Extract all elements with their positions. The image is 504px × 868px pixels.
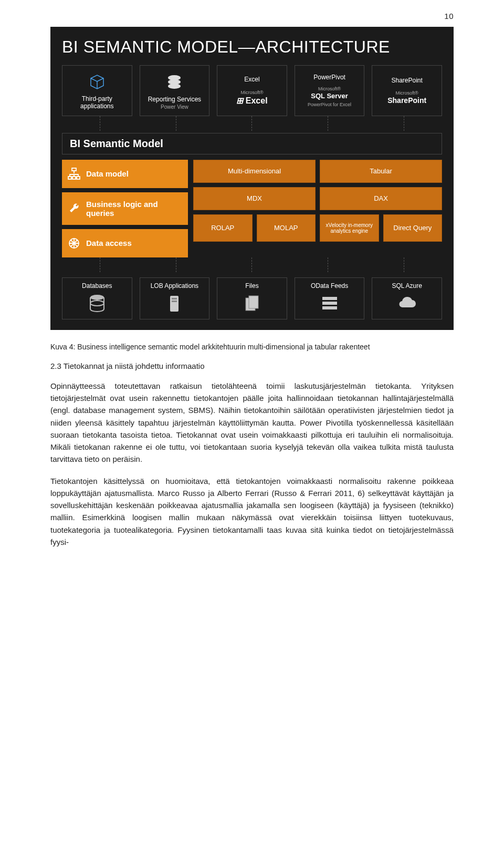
svg-point-9 (90, 301, 104, 306)
cell-directquery: Direct Query (383, 214, 443, 242)
src-odata: OData Feeds (295, 277, 365, 319)
connector-top (62, 116, 442, 131)
src-label: LOB Applications (151, 282, 198, 290)
client-label: PowerPivot (313, 74, 345, 81)
wrench-icon (67, 202, 81, 215)
brand-excel: ⊞ Excel (236, 96, 267, 105)
diagram-title-post: ARCHITECTURE (255, 37, 390, 56)
client-box-thirdparty: Third-party applications (62, 65, 132, 116)
database-icon (87, 293, 108, 314)
orange-matrix: Data model Business logic and queries Da… (62, 160, 442, 257)
src-azure: SQL Azure (372, 277, 442, 319)
svg-rect-3 (72, 168, 76, 171)
src-label: OData Feeds (311, 282, 348, 290)
src-label: SQL Azure (392, 282, 422, 290)
client-box-reporting: Reporting Services Power View (140, 65, 210, 116)
client-label: Reporting Services (148, 96, 201, 103)
client-label: SharePoint (391, 77, 422, 84)
disc-stack-icon (164, 71, 185, 92)
row-logic: Business logic and queries (62, 192, 188, 225)
row-label: Business logic and queries (86, 200, 183, 218)
brand-small: Microsoft® (396, 90, 418, 96)
section-heading: 2.3 Tietokannat ja niistä johdettu infor… (50, 361, 454, 370)
cell-mdx: MDX (193, 187, 316, 210)
svg-point-2 (168, 84, 181, 89)
svg-rect-16 (322, 302, 337, 305)
svg-rect-17 (322, 306, 337, 309)
brand-small: Microsoft® (318, 86, 341, 91)
row-label: Data model (86, 169, 129, 178)
diagram-title-pre: BI SEMANTIC MODEL (62, 37, 238, 56)
src-label: Databases (82, 282, 112, 290)
row-access: Data access (62, 229, 188, 257)
server-icon (164, 293, 185, 314)
client-box-powerpivot: PowerPivot Microsoft®SQL ServerPowerPivo… (295, 65, 365, 116)
brand-sqlserver: SQL Server (311, 92, 348, 100)
cell-multidim: Multi-dimensional (193, 160, 316, 183)
svg-rect-5 (72, 177, 76, 179)
client-label: Excel (244, 76, 259, 83)
svg-rect-15 (322, 297, 337, 300)
cell-molap: MOLAP (257, 214, 316, 242)
cube-icon (87, 71, 108, 92)
svg-rect-6 (77, 177, 80, 179)
feed-icon (319, 293, 340, 314)
diagram-title-dash: — (238, 37, 256, 56)
svg-rect-14 (249, 296, 258, 308)
diagram-title: BI SEMANTIC MODEL—ARCHITECTURE (62, 37, 442, 57)
src-label: Files (245, 282, 258, 290)
client-label: Third-party applications (66, 95, 129, 110)
src-files: Files (217, 277, 287, 319)
src-databases: Databases (62, 277, 132, 319)
cell-rolap: ROLAP (193, 214, 253, 242)
figure-caption: Kuva 4: Business intelligence semantic m… (50, 343, 454, 351)
cell-tabular: Tabular (320, 160, 442, 183)
brand-sharepoint: SharePoint (387, 96, 426, 105)
bism-header: BI Semantic Model (62, 133, 442, 154)
row-datamodel: Data model (62, 160, 188, 188)
svg-rect-11 (172, 298, 177, 299)
cell-xvelocity: xVelocity in-memory analytics engine (320, 214, 379, 242)
cloud-icon (396, 293, 417, 314)
client-box-excel: Excel Microsoft®⊞ Excel (217, 65, 287, 116)
row-label: Data access (86, 239, 132, 247)
client-box-sharepoint: SharePoint Microsoft®SharePoint (372, 65, 442, 116)
paragraph: Tietokantojen käsittelyssä on huomioitav… (50, 475, 454, 549)
paragraph: Opinnäytteessä toteutettavan ratkaisun t… (50, 380, 454, 466)
svg-point-8 (90, 295, 104, 300)
src-lob: LOB Applications (140, 277, 210, 319)
svg-rect-4 (68, 177, 71, 179)
bism-architecture-diagram: BI SEMANTIC MODEL—ARCHITECTURE Third-par… (50, 27, 454, 330)
files-icon (242, 293, 262, 314)
brand-small: Microsoft® (240, 90, 263, 95)
cell-dax: DAX (320, 187, 442, 210)
brand-sub: PowerPivot for Excel (308, 102, 351, 107)
connector-bottom (62, 257, 442, 272)
wheel-icon (67, 236, 81, 250)
body-text: Opinnäytteessä toteutettavan ratkaisun t… (50, 380, 454, 548)
page-number: 10 (50, 0, 454, 27)
client-sub: Power View (161, 104, 188, 110)
svg-rect-12 (172, 301, 177, 302)
hierarchy-icon (67, 167, 81, 181)
